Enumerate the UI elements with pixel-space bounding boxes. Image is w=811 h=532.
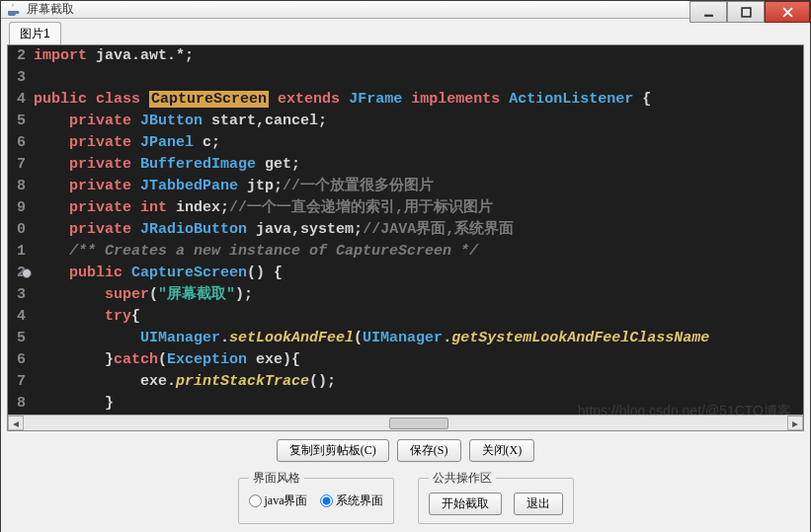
action-button-row: 复制到剪帖板(C) 保存(S) 关闭(X) — [7, 431, 804, 468]
scroll-left-arrow[interactable]: ◂ — [8, 416, 24, 430]
horizontal-scrollbar[interactable]: ◂ ▸ — [8, 415, 803, 430]
window-controls — [689, 1, 810, 23]
radio-system[interactable] — [320, 494, 333, 507]
code-editor: 23456789012345678 import java.awt.*;publ… — [7, 44, 804, 431]
svg-rect-1 — [742, 8, 751, 17]
java-app-icon — [5, 2, 21, 18]
close-tab-button[interactable]: 关闭(X) — [469, 439, 535, 462]
ops-group-legend: 公共操作区 — [429, 470, 496, 487]
scroll-right-arrow[interactable]: ▸ — [787, 416, 803, 430]
window-frame: 屏幕截取 图片1 23456789012345678 import java.a… — [0, 0, 811, 532]
scroll-thumb[interactable] — [389, 418, 448, 429]
tab-image1[interactable]: 图片1 — [9, 22, 61, 45]
radio-java-label[interactable]: java界面 — [249, 493, 308, 509]
radio-system-text: 系统界面 — [336, 493, 383, 509]
client-area: 图片1 23456789012345678 import java.awt.*;… — [1, 19, 810, 532]
minimize-button[interactable] — [689, 1, 727, 23]
bottom-panels: 界面风格 java界面 系统界面 公共操作区 开始截取 退出 — [7, 468, 804, 528]
tab-strip: 图片1 — [7, 23, 804, 44]
style-group: 界面风格 java界面 系统界面 — [238, 470, 394, 524]
style-group-legend: 界面风格 — [249, 470, 304, 487]
code-text[interactable]: import java.awt.*;public class CaptureSc… — [30, 45, 803, 415]
exit-button[interactable]: 退出 — [514, 493, 563, 515]
line-gutter: 23456789012345678 — [8, 45, 30, 415]
start-capture-button[interactable]: 开始截取 — [429, 493, 502, 515]
maximize-button[interactable] — [727, 1, 765, 23]
radio-system-label[interactable]: 系统界面 — [320, 493, 383, 509]
close-button[interactable] — [765, 1, 810, 23]
radio-java-text: java界面 — [265, 493, 308, 509]
radio-java[interactable] — [249, 494, 262, 507]
save-button[interactable]: 保存(S) — [397, 439, 461, 462]
ops-group: 公共操作区 开始截取 退出 — [418, 470, 574, 524]
copy-to-clipboard-button[interactable]: 复制到剪帖板(C) — [277, 439, 389, 462]
title-bar: 屏幕截取 — [1, 1, 810, 19]
svg-rect-0 — [704, 14, 713, 16]
